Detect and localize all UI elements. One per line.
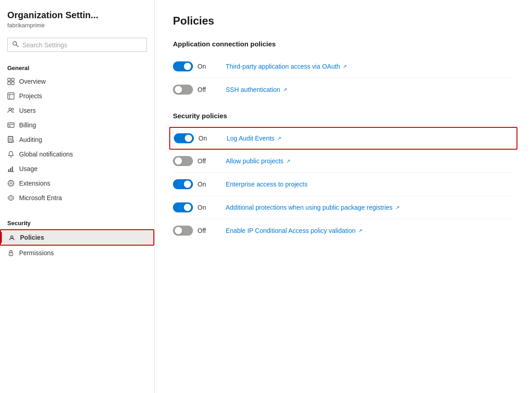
- ssh-link-icon: ↗: [283, 87, 287, 93]
- auditing-icon: [7, 136, 15, 143]
- svg-line-1: [16, 45, 19, 47]
- permissions-label: Permissions: [19, 249, 54, 257]
- oauth-state-label: On: [198, 63, 211, 70]
- projects-label: Projects: [19, 92, 42, 100]
- overview-label: Overview: [19, 78, 46, 85]
- sidebar-header: Organization Settin... fabrikamprime: [0, 0, 154, 34]
- oauth-link-icon: ↗: [343, 64, 347, 70]
- svg-rect-22: [10, 168, 11, 171]
- permissions-icon: [7, 249, 15, 257]
- app-connection-heading: Application connection policies: [173, 40, 514, 48]
- svg-line-33: [12, 181, 13, 182]
- sidebar-item-permissions[interactable]: Permissions: [0, 246, 154, 260]
- extensions-label: Extensions: [19, 180, 50, 187]
- global-notifications-label: Global notifications: [19, 151, 73, 158]
- sidebar-item-projects[interactable]: Projects: [0, 89, 154, 103]
- sidebar-item-billing[interactable]: Billing: [0, 118, 154, 132]
- svg-marker-35: [8, 195, 14, 201]
- additional-protections-policy-name[interactable]: Additional protections when using public…: [226, 204, 400, 211]
- svg-rect-11: [8, 123, 14, 127]
- sidebar: Organization Settin... fabrikamprime Gen…: [0, 0, 155, 393]
- ssh-toggle[interactable]: [173, 85, 193, 95]
- additional-protections-policy-row: On Additional protections when using pub…: [173, 196, 514, 219]
- overview-icon: [7, 78, 15, 85]
- ip-conditional-policy-name[interactable]: Enable IP Conditional Access policy vali…: [226, 227, 362, 234]
- sidebar-item-global-notifications[interactable]: Global notifications: [0, 147, 154, 161]
- svg-point-26: [10, 183, 12, 184]
- oauth-policy-name[interactable]: Third-party application access via OAuth…: [226, 63, 347, 70]
- microsoft-entra-label: Microsoft Entra: [19, 194, 62, 202]
- public-projects-policy-row: Off Allow public projects ↗: [173, 150, 514, 173]
- sidebar-item-microsoft-entra[interactable]: Microsoft Entra: [0, 191, 154, 205]
- oauth-policy-row: On Third-party application access via OA…: [173, 55, 514, 78]
- sidebar-item-policies[interactable]: Policies: [0, 229, 154, 246]
- log-audit-policy-row: On Log Audit Events ↗: [169, 127, 517, 150]
- sidebar-item-extensions[interactable]: Extensions: [0, 176, 154, 191]
- svg-line-34: [9, 185, 10, 186]
- svg-rect-3: [11, 78, 14, 81]
- svg-point-10: [12, 108, 14, 110]
- svg-rect-2: [8, 78, 10, 81]
- org-title: Organization Settin...: [7, 9, 147, 21]
- public-projects-state-label: Off: [198, 157, 211, 165]
- ip-conditional-toggle[interactable]: [173, 226, 193, 236]
- ssh-policy-name[interactable]: SSH authentication ↗: [226, 86, 287, 93]
- svg-rect-4: [8, 82, 10, 85]
- ip-conditional-link-icon: ↗: [358, 228, 362, 234]
- security-policies-section: Security policies On Log Audit Events ↗ …: [173, 112, 514, 242]
- enterprise-access-policy-row: On Enterprise access to projects: [173, 173, 514, 196]
- svg-rect-13: [9, 126, 10, 126]
- users-label: Users: [19, 107, 36, 114]
- search-input[interactable]: [22, 41, 142, 49]
- section-security-label: Security: [0, 216, 154, 229]
- ssh-policy-row: Off SSH authentication ↗: [173, 78, 514, 101]
- auditing-label: Auditing: [19, 136, 42, 143]
- ssh-state-label: Off: [198, 86, 211, 93]
- svg-line-32: [12, 185, 13, 186]
- notifications-icon: [7, 151, 15, 158]
- log-audit-state-label: On: [198, 135, 212, 142]
- policies-icon: [8, 234, 15, 241]
- enterprise-access-toggle[interactable]: [173, 179, 193, 189]
- svg-rect-21: [8, 169, 10, 171]
- ip-conditional-policy-row: Off Enable IP Conditional Access policy …: [173, 219, 514, 242]
- svg-rect-23: [12, 166, 13, 171]
- log-audit-toggle[interactable]: [174, 133, 194, 143]
- projects-icon: [7, 92, 15, 100]
- policies-label: Policies: [20, 234, 44, 241]
- search-icon: [12, 41, 19, 49]
- usage-label: Usage: [19, 165, 37, 172]
- sidebar-item-overview[interactable]: Overview: [0, 74, 154, 89]
- log-audit-link-icon: ↗: [277, 136, 281, 141]
- ip-conditional-state-label: Off: [198, 227, 211, 234]
- svg-rect-5: [11, 82, 14, 85]
- log-audit-policy-name[interactable]: Log Audit Events ↗: [227, 135, 281, 142]
- main-content: Policies Application connection policies…: [155, 0, 532, 393]
- org-subtitle: fabrikamprime: [7, 22, 147, 29]
- additional-protections-toggle[interactable]: [173, 202, 193, 212]
- svg-point-37: [11, 236, 13, 238]
- sidebar-item-auditing[interactable]: Auditing: [0, 132, 154, 147]
- app-connection-section: Application connection policies On Third…: [173, 40, 514, 101]
- entra-icon: [7, 194, 15, 202]
- svg-point-39: [10, 254, 11, 255]
- security-policies-heading: Security policies: [173, 112, 514, 120]
- enterprise-access-state-label: On: [198, 181, 211, 188]
- sidebar-item-users[interactable]: Users: [0, 103, 154, 118]
- public-projects-policy-name[interactable]: Allow public projects ↗: [226, 157, 290, 165]
- svg-rect-6: [8, 93, 14, 99]
- svg-point-9: [9, 108, 11, 111]
- svg-marker-36: [10, 196, 12, 199]
- extensions-icon: [7, 180, 15, 187]
- users-icon: [7, 107, 15, 114]
- sidebar-item-usage[interactable]: Usage: [0, 161, 154, 176]
- additional-protections-state-label: On: [198, 204, 211, 211]
- search-box[interactable]: [7, 38, 147, 52]
- billing-icon: [7, 121, 15, 129]
- section-general-label: General: [0, 61, 154, 74]
- enterprise-access-policy-name[interactable]: Enterprise access to projects: [226, 181, 308, 188]
- svg-line-31: [9, 181, 10, 182]
- public-projects-link-icon: ↗: [286, 158, 290, 164]
- public-projects-toggle[interactable]: [173, 156, 193, 166]
- oauth-toggle[interactable]: [173, 61, 193, 71]
